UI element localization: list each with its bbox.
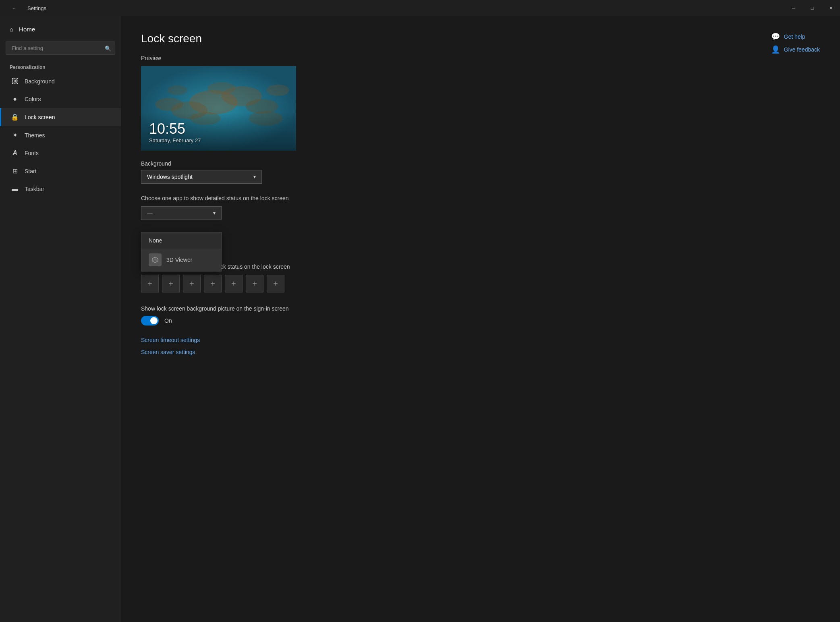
- maximize-button[interactable]: □: [803, 0, 821, 16]
- help-panel: 💬 Get help 👤 Give feedback: [771, 32, 820, 54]
- background-dropdown-value: Windows spotlight: [147, 174, 193, 180]
- toggle-row: On: [141, 316, 820, 326]
- sidebar-item-taskbar[interactable]: ▬ Taskbar: [0, 180, 121, 198]
- titlebar: ← Settings ─ □ ✕: [0, 0, 840, 16]
- toggle-state: On: [164, 317, 172, 324]
- app-dropdown-chevron-icon: ▾: [213, 210, 216, 216]
- toggle-section: Show lock screen background picture on t…: [141, 305, 820, 326]
- titlebar-controls: ─ □ ✕: [784, 0, 840, 16]
- sidebar-start-label: Start: [25, 168, 37, 174]
- give-feedback-label: Give feedback: [784, 46, 820, 53]
- sidebar-fonts-label: Fonts: [25, 150, 39, 156]
- get-help-label: Get help: [784, 33, 805, 40]
- sidebar-section-label: Personalization: [0, 60, 121, 73]
- fonts-icon: A: [11, 149, 19, 157]
- sidebar: ⌂ Home 🔍 Personalization 🖼 Background ● …: [0, 16, 121, 622]
- quick-status-btn-1[interactable]: +: [141, 275, 159, 292]
- quick-status-btn-5[interactable]: +: [225, 275, 243, 292]
- give-feedback-link[interactable]: 👤 Give feedback: [771, 45, 820, 54]
- toggle-thumb: [150, 317, 158, 324]
- choose-app-text: Choose one app to show detailed status o…: [141, 195, 820, 201]
- app-dropdown-menu: None 3D Viewer: [141, 232, 222, 272]
- quick-status-btn-2[interactable]: +: [162, 275, 180, 292]
- back-button[interactable]: ←: [5, 0, 23, 16]
- app-dropdown[interactable]: — ▾: [141, 206, 222, 220]
- help-icon: 💬: [771, 32, 780, 41]
- home-icon: ⌂: [10, 26, 13, 33]
- choose-app-section: Choose one app to show detailed status o…: [141, 195, 820, 231]
- quick-status-section: Choose which apps to show quick status o…: [141, 263, 820, 292]
- lock-icon: 🔒: [11, 113, 19, 121]
- cube-svg: [151, 256, 159, 264]
- preview-date: Saturday, February 27: [149, 137, 288, 143]
- search-icon: 🔍: [105, 45, 111, 51]
- app-dropdown-container: — ▾ None: [141, 206, 222, 231]
- app-dropdown-value: —: [147, 210, 153, 216]
- quick-status-text: Choose which apps to show quick status o…: [141, 263, 820, 270]
- quick-status-btn-4[interactable]: +: [204, 275, 222, 292]
- search-input[interactable]: [6, 41, 115, 55]
- background-dropdown[interactable]: Windows spotlight ▾: [141, 170, 262, 184]
- plus-buttons-row: + + + + + + +: [141, 275, 820, 292]
- sidebar-home-item[interactable]: ⌂ Home: [0, 20, 121, 38]
- sidebar-background-label: Background: [25, 78, 55, 85]
- taskbar-icon: ▬: [11, 185, 19, 193]
- quick-status-btn-7[interactable]: +: [267, 275, 284, 292]
- sidebar-item-themes[interactable]: ✦ Themes: [0, 126, 121, 144]
- lock-screen-preview: 10:55 Saturday, February 27: [141, 66, 296, 151]
- content-area: 💬 Get help 👤 Give feedback Lock screen P…: [121, 16, 840, 622]
- sign-in-toggle[interactable]: [141, 316, 159, 326]
- dropdown-item-3d-viewer[interactable]: 3D Viewer: [141, 249, 221, 271]
- get-help-link[interactable]: 💬 Get help: [771, 32, 820, 41]
- sidebar-themes-label: Themes: [25, 132, 45, 139]
- 3d-viewer-icon: [149, 253, 162, 266]
- page-title: Lock screen: [141, 32, 820, 45]
- close-button[interactable]: ✕: [821, 0, 840, 16]
- sidebar-home-label: Home: [19, 26, 35, 33]
- titlebar-title: Settings: [27, 5, 46, 11]
- start-icon: ⊞: [11, 167, 19, 175]
- feedback-icon: 👤: [771, 45, 780, 54]
- sidebar-colors-label: Colors: [25, 96, 41, 102]
- background-icon: 🖼: [11, 78, 19, 85]
- sidebar-taskbar-label: Taskbar: [25, 186, 44, 192]
- toggle-label: Show lock screen background picture on t…: [141, 305, 820, 312]
- sidebar-item-fonts[interactable]: A Fonts: [0, 144, 121, 162]
- chevron-down-icon: ▾: [253, 174, 256, 180]
- minimize-button[interactable]: ─: [784, 0, 803, 16]
- screen-timeout-link[interactable]: Screen timeout settings: [141, 337, 820, 343]
- themes-icon: ✦: [11, 131, 19, 139]
- sidebar-item-start[interactable]: ⊞ Start: [0, 162, 121, 180]
- none-label: None: [149, 237, 162, 244]
- app-body: ⌂ Home 🔍 Personalization 🖼 Background ● …: [0, 16, 840, 622]
- titlebar-left: ← Settings: [5, 0, 46, 16]
- quick-status-btn-3[interactable]: +: [183, 275, 201, 292]
- dropdown-item-none[interactable]: None: [141, 232, 221, 249]
- preview-overlay: 10:55 Saturday, February 27: [141, 112, 296, 151]
- screen-saver-link[interactable]: Screen saver settings: [141, 349, 820, 355]
- background-field-label: Background: [141, 160, 820, 167]
- sidebar-item-lock-screen[interactable]: 🔒 Lock screen: [0, 108, 121, 126]
- sidebar-item-colors[interactable]: ● Colors: [0, 90, 121, 108]
- sidebar-lock-screen-label: Lock screen: [25, 114, 55, 120]
- sidebar-item-background[interactable]: 🖼 Background: [0, 73, 121, 90]
- colors-icon: ●: [11, 95, 19, 103]
- preview-time: 10:55: [149, 120, 288, 137]
- 3d-viewer-label: 3D Viewer: [166, 257, 192, 263]
- sidebar-search: 🔍: [6, 41, 115, 55]
- preview-label: Preview: [141, 55, 820, 61]
- quick-status-btn-6[interactable]: +: [246, 275, 263, 292]
